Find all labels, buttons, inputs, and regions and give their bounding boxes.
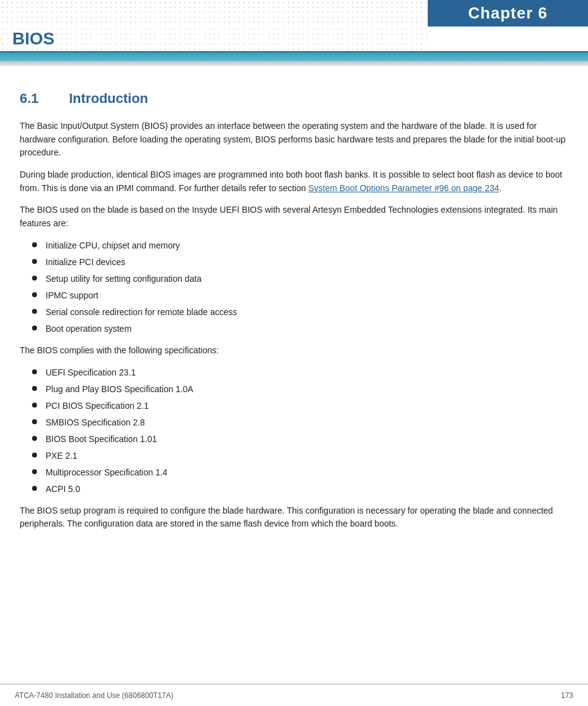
list-item-text: Initialize PCI devices: [46, 256, 125, 269]
chapter-header: Chapter 6: [428, 0, 588, 27]
p2-link[interactable]: System Boot Options Parameter #96 on pag…: [308, 183, 499, 193]
list-item-text: UEFI Specification 23.1: [46, 366, 136, 379]
bullet-dot: [32, 259, 37, 264]
bullet-dot: [32, 292, 37, 297]
feature-bullet-list: Initialize CPU, chipset and memoryInitia…: [20, 239, 568, 335]
list-item: Initialize PCI devices: [20, 256, 568, 269]
list-item: Multiprocessor Specification 1.4: [20, 466, 568, 479]
list-item-text: PXE 2.1: [46, 449, 77, 462]
gray-bar: [0, 61, 588, 66]
bullet-dot: [32, 453, 37, 458]
bullet-dot: [32, 309, 37, 314]
footer-right: 173: [561, 690, 573, 701]
bullet-dot: [32, 486, 37, 491]
bullet-dot: [32, 436, 37, 441]
bullet-dot: [32, 386, 37, 391]
list-item-text: BIOS Boot Specification 1.01: [46, 433, 157, 446]
list-item-text: IPMC support: [46, 289, 99, 302]
paragraph-4: The BIOS setup program is required to co…: [20, 504, 568, 531]
list-item: ACPI 5.0: [20, 483, 568, 496]
bullet-dot: [32, 403, 37, 408]
list-item-text: Initialize CPU, chipset and memory: [46, 239, 180, 252]
bios-row-dots: [0, 27, 428, 51]
list-item: PXE 2.1: [20, 449, 568, 462]
paragraph-3: The BIOS used on the blade is based on t…: [20, 203, 568, 230]
list-item: Plug and Play BIOS Specification 1.0A: [20, 383, 568, 396]
bullet-dot: [32, 326, 37, 330]
list-item: IPMC support: [20, 289, 568, 302]
bullet-dot: [32, 469, 37, 474]
bios-row: BIOS: [0, 27, 588, 52]
list-item-text: Boot operation system: [46, 322, 131, 335]
section-title: Introduction: [69, 88, 148, 109]
header-top: Chapter 6: [0, 0, 588, 27]
header-dots-left: [0, 0, 428, 27]
section-header: 6.1 Introduction: [20, 88, 568, 109]
bios-title: BIOS: [0, 26, 54, 52]
teal-bar: [0, 52, 588, 61]
bullet-dot: [32, 242, 37, 247]
footer: ATCA-7480 Installation and Use (6806800T…: [0, 684, 588, 706]
list-item: PCI BIOS Specification 2.1: [20, 400, 568, 413]
list-item: Boot operation system: [20, 322, 568, 335]
list-item-text: Setup utility for setting configuration …: [46, 273, 202, 285]
main-content: 6.1 Introduction The Basic Input/Output …: [0, 66, 588, 583]
list-item-text: SMBIOS Specification 2.8: [46, 416, 145, 429]
bullet-dot: [32, 419, 37, 424]
list-item: UEFI Specification 23.1: [20, 366, 568, 379]
list-item-text: Serial console redirection for remote bl…: [46, 306, 237, 319]
bullet-dot: [32, 369, 37, 374]
paragraph-1: The Basic Input/Output System (BIOS) pro…: [20, 120, 568, 160]
list-item: BIOS Boot Specification 1.01: [20, 433, 568, 446]
list-item: Setup utility for setting configuration …: [20, 273, 568, 285]
list-item: Serial console redirection for remote bl…: [20, 306, 568, 319]
section-number: 6.1: [20, 88, 69, 109]
list-item: SMBIOS Specification 2.8: [20, 416, 568, 429]
p2-after-link: .: [499, 183, 502, 193]
footer-left: ATCA-7480 Installation and Use (6806800T…: [15, 690, 173, 701]
specs-intro: The BIOS complies with the following spe…: [20, 344, 568, 358]
list-item-text: Plug and Play BIOS Specification 1.0A: [46, 383, 194, 396]
paragraph-2: During blade production, identical BIOS …: [20, 168, 568, 195]
chapter-title: Chapter 6: [468, 1, 548, 25]
list-item: Initialize CPU, chipset and memory: [20, 239, 568, 252]
bullet-dot: [32, 276, 37, 281]
spec-bullet-list: UEFI Specification 23.1Plug and Play BIO…: [20, 366, 568, 496]
list-item-text: ACPI 5.0: [46, 483, 80, 496]
list-item-text: Multiprocessor Specification 1.4: [46, 466, 168, 479]
list-item-text: PCI BIOS Specification 2.1: [46, 400, 149, 413]
